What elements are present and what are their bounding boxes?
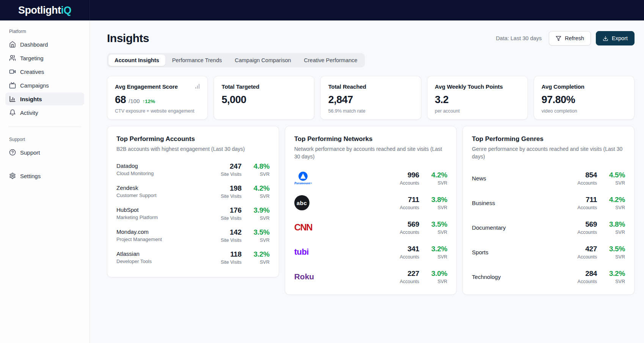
topbar: SpotlightiQ (0, 0, 644, 20)
gear-icon (9, 172, 16, 179)
tab-creative-performance[interactable]: Creative Performance (298, 55, 363, 66)
roku-logo: Roku (294, 272, 314, 281)
site-visits-value: 247 (221, 162, 242, 171)
stat-subtitle: CTV exposure + website engagement (115, 108, 200, 114)
home-icon (9, 41, 16, 48)
site-visits-label: Site Visits (221, 172, 242, 177)
accounts-value: 284 (576, 269, 597, 278)
tab-account-insights[interactable]: Account Insights (108, 55, 165, 66)
svr-value: 3.2% (249, 250, 270, 258)
svr-label: SVR (605, 279, 625, 284)
accounts-metric: 711 Accounts (576, 196, 597, 210)
genre-row: News 854 Accounts 4.5% SVR (472, 169, 625, 187)
data-range-label: Data: Last 30 days (496, 35, 542, 41)
accounts-value: 341 (399, 245, 419, 253)
svr-metric: 3.5% SVR (427, 220, 447, 235)
stat-subtitle: video completion (542, 108, 627, 114)
svr-value: 3.5% (605, 245, 625, 253)
brand-logo-area: SpotlightiQ (0, 0, 90, 20)
svr-label: SVR (427, 180, 447, 186)
network-row: Roku 227 Accounts 3.0% SVR (294, 268, 448, 285)
stat-title: Total Reached (328, 83, 413, 90)
accounts-label: Accounts (399, 230, 419, 235)
site-visits-metric: 142 Site Visits (221, 228, 242, 243)
stat-title: Avg Completion (542, 83, 627, 90)
stat-card-engagement: Avg Engagement Score 68 /100 ↑12% CTV ex… (107, 76, 208, 120)
svr-label: SVR (427, 254, 447, 260)
stat-value: 5,000 (221, 94, 246, 106)
tab-performance-trends[interactable]: Performance Trends (166, 55, 228, 66)
panels-row: Top Performing Accounts B2B accounts wit… (107, 126, 635, 295)
accounts-metric: 711 Accounts (399, 196, 419, 210)
brand-logo[interactable]: SpotlightiQ (18, 5, 71, 16)
svr-metric: 3.8% SVR (427, 196, 447, 210)
abc-logo: abc (294, 195, 309, 210)
stat-value: 2,847 (328, 94, 353, 106)
accounts-value: 854 (576, 171, 597, 179)
account-category: Marketing Platform (116, 215, 158, 220)
account-category: Project Management (116, 236, 162, 242)
networks-panel: Top Performing Networks Network performa… (285, 126, 457, 295)
svr-value: 3.0% (427, 269, 447, 278)
svr-label: SVR (427, 230, 447, 235)
sidebar-item-support[interactable]: Support (5, 146, 84, 159)
svr-value: 4.8% (249, 162, 270, 171)
accounts-label: Accounts (399, 180, 419, 186)
tab-campaign-comparison[interactable]: Campaign Comparison (229, 55, 297, 66)
sidebar-item-dashboard[interactable]: Dashboard (5, 38, 84, 51)
stat-value: 3.2 (435, 94, 449, 106)
svr-value: 3.8% (427, 196, 447, 204)
brand-name: Spotlight (18, 5, 61, 16)
main-content: Insights Data: Last 30 days Refresh Expo… (90, 20, 644, 343)
svr-value: 3.5% (427, 220, 447, 229)
accounts-label: Accounts (399, 279, 419, 284)
sidebar-divider (8, 127, 81, 127)
svr-label: SVR (249, 172, 270, 177)
stat-value-row: 5,000 (221, 94, 306, 106)
bar-chart-icon (9, 96, 16, 102)
sidebar-section-platform-label: Platform (5, 29, 84, 34)
svr-value: 4.2% (249, 184, 270, 193)
sidebar: Platform Dashboard Targeting Creatives C… (0, 20, 90, 343)
sidebar-item-insights[interactable]: Insights (5, 92, 84, 105)
account-row: Monday.com Project Management 142 Site V… (116, 228, 270, 243)
refresh-button[interactable]: Refresh (549, 31, 591, 45)
sidebar-item-settings[interactable]: Settings (5, 169, 84, 182)
sidebar-item-campaigns[interactable]: Campaigns (5, 79, 84, 92)
export-button[interactable]: Export (596, 31, 635, 45)
svr-value: 4.5% (605, 171, 625, 179)
accounts-value: 996 (399, 171, 419, 179)
sidebar-item-label: Settings (20, 173, 41, 179)
network-row: tubi 341 Accounts 3.2% SVR (294, 243, 448, 261)
account-category: Developer Tools (116, 258, 152, 264)
stat-value-row: 97.80% (542, 94, 627, 106)
site-visits-metric: 247 Site Visits (221, 162, 242, 177)
account-name: HubSpot (116, 207, 158, 213)
svr-metric: 4.2% SVR (249, 184, 270, 199)
stat-subtitle: 56.9% match rate (328, 108, 413, 114)
accounts-panel: Top Performing Accounts B2B accounts wit… (107, 126, 279, 277)
svr-metric: 3.8% SVR (605, 220, 625, 235)
export-button-label: Export (612, 35, 628, 41)
panel-subtitle: Genre performance by accounts reached an… (472, 146, 625, 160)
panel-title: Top Performing Accounts (116, 135, 270, 143)
cnn-logo: CNN (294, 222, 313, 233)
sidebar-item-activity[interactable]: Activity (5, 106, 84, 119)
bell-icon (9, 109, 16, 116)
svr-label: SVR (249, 216, 270, 221)
paramount-logo-text: Paramount+ (294, 182, 312, 185)
sidebar-item-targeting[interactable]: Targeting (5, 52, 84, 64)
site-visits-metric: 118 Site Visits (221, 250, 242, 265)
genre-name: Documentary (472, 224, 506, 231)
sidebar-item-label: Insights (20, 96, 42, 102)
sidebar-item-creatives[interactable]: Creatives (5, 65, 84, 78)
sidebar-spacer (5, 160, 84, 169)
account-row: Datadog Cloud Monitoring 247 Site Visits… (116, 162, 270, 177)
paramount-plus-logo: Paramount+ (294, 171, 312, 185)
mini-bar-chart-icon (194, 83, 201, 91)
genre-name: Sports (472, 249, 488, 255)
account-name: Monday.com (116, 229, 162, 235)
svr-value: 3.2% (427, 245, 447, 253)
video-icon (9, 68, 16, 75)
accounts-label: Accounts (399, 254, 419, 260)
